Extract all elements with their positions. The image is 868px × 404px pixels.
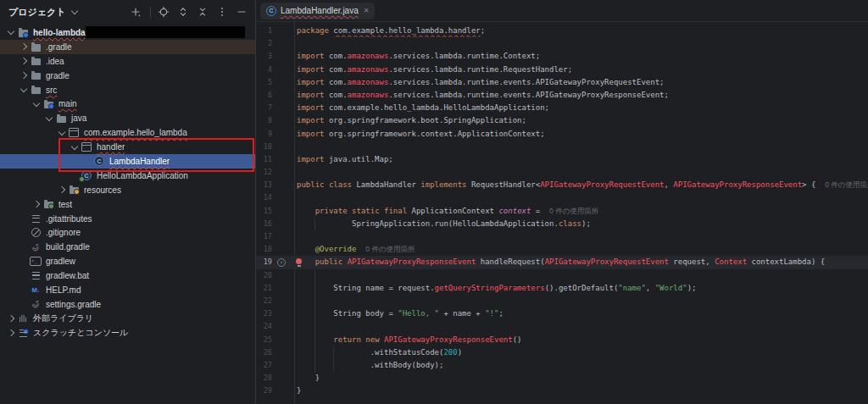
line-number[interactable]: 14 bbox=[256, 191, 272, 204]
gutter[interactable]: 3 bbox=[256, 50, 295, 63]
tree-item-main[interactable]: main bbox=[0, 97, 255, 111]
gutter[interactable]: 18 bbox=[256, 243, 295, 256]
tree-item-help-md[interactable]: M↓HELP.md bbox=[0, 283, 255, 297]
line-number[interactable]: 16 bbox=[256, 218, 272, 230]
code-line-6[interactable]: 6import com.amazonaws.services.lambda.ru… bbox=[256, 89, 868, 102]
line-number[interactable]: 10 bbox=[256, 141, 272, 153]
gutter[interactable]: 27 bbox=[256, 359, 295, 372]
gutter[interactable]: 6 bbox=[256, 89, 295, 102]
code-line-11[interactable]: 11import java.util.Map; bbox=[256, 153, 868, 166]
chevron-down-icon[interactable] bbox=[56, 131, 68, 135]
tree-item-src[interactable]: src bbox=[0, 83, 255, 97]
code-line-17[interactable]: 17 bbox=[256, 230, 868, 243]
code-line-10[interactable]: 10 bbox=[256, 141, 868, 153]
code-line-4[interactable]: 4import com.amazonaws.services.lambda.ru… bbox=[256, 64, 868, 76]
gutter[interactable]: 17 bbox=[256, 230, 295, 243]
chevron-right-icon[interactable] bbox=[18, 44, 30, 49]
tree-item-idea[interactable]: .idea bbox=[0, 54, 255, 69]
code-line-12[interactable]: 12 bbox=[256, 166, 868, 179]
code-text[interactable]: import com.amazonaws.services.lambda.run… bbox=[295, 89, 868, 102]
gutter[interactable]: 9 bbox=[256, 128, 295, 141]
locate-icon[interactable] bbox=[157, 5, 170, 19]
tree-item-settings-gradle[interactable]: settings.gradle bbox=[0, 297, 255, 312]
code-line-19[interactable]: 19↑ public APIGatewayProxyResponseEvent … bbox=[256, 256, 868, 268]
line-number[interactable]: 2 bbox=[256, 37, 272, 50]
code-text[interactable]: String name = request.getQueryStringPara… bbox=[295, 282, 868, 295]
code-line-2[interactable]: 2 bbox=[256, 37, 868, 50]
line-number[interactable]: 15 bbox=[256, 205, 272, 218]
code-text[interactable]: public class LambdaHandler implements Re… bbox=[295, 179, 868, 191]
code-text[interactable]: import com.amazonaws.services.lambda.run… bbox=[295, 50, 868, 63]
more-icon[interactable] bbox=[215, 5, 229, 19]
code-text[interactable]: String body = "Hello, " + name + "!"; bbox=[295, 307, 868, 320]
code-line-22[interactable]: 22 bbox=[256, 295, 868, 307]
gutter[interactable]: 21 bbox=[256, 282, 295, 295]
line-number[interactable]: 4 bbox=[256, 64, 272, 76]
gutter[interactable]: 26 bbox=[256, 346, 295, 359]
line-number[interactable]: 19 bbox=[256, 256, 272, 268]
code-line-25[interactable]: 25 return new APIGatewayProxyResponseEve… bbox=[256, 334, 868, 346]
gutter[interactable]: 24 bbox=[256, 320, 295, 333]
code-text[interactable] bbox=[295, 141, 868, 153]
gutter[interactable]: 8 bbox=[256, 114, 295, 127]
gutter[interactable]: 28 bbox=[256, 372, 295, 385]
code-text[interactable]: import org.springframework.context.Appli… bbox=[295, 128, 868, 141]
line-number[interactable]: 12 bbox=[256, 166, 272, 179]
line-number[interactable]: 18 bbox=[256, 243, 272, 256]
code-line-24[interactable]: 24 bbox=[256, 320, 868, 333]
tree-item-gradlew-bat[interactable]: gradlew.bat bbox=[0, 268, 255, 283]
line-number[interactable]: 13 bbox=[256, 179, 272, 191]
chevron-right-icon[interactable] bbox=[56, 187, 68, 192]
code-line-18[interactable]: 18 @Override 0 件の使用箇所 bbox=[256, 243, 868, 256]
chevron-down-icon[interactable] bbox=[5, 30, 17, 34]
tree-item-gitattributes[interactable]: .gitattributes bbox=[0, 212, 255, 226]
line-number[interactable]: 25 bbox=[256, 334, 272, 346]
gutter[interactable]: 15 bbox=[256, 205, 295, 218]
line-number[interactable]: 9 bbox=[256, 128, 272, 141]
code-text[interactable]: import org.springframework.boot.SpringAp… bbox=[295, 114, 868, 127]
overrides-method-icon[interactable]: ↑ bbox=[277, 258, 286, 267]
gutter[interactable]: 10 bbox=[256, 141, 295, 153]
code-text[interactable]: return new APIGatewayProxyResponseEvent(… bbox=[295, 334, 868, 346]
line-number[interactable]: 21 bbox=[256, 282, 272, 295]
code-text[interactable]: SpringApplication.run(HelloLambdaApplica… bbox=[295, 218, 868, 230]
code-line-1[interactable]: 1package com.example.hello_lambda.handle… bbox=[256, 25, 868, 37]
collapse-all-icon[interactable] bbox=[196, 5, 209, 19]
code-line-8[interactable]: 8import org.springframework.boot.SpringA… bbox=[256, 114, 868, 127]
code-text[interactable]: .withStatusCode(200) bbox=[295, 346, 868, 359]
code-line-7[interactable]: 7import com.example.hello_lambda.HelloLa… bbox=[256, 102, 868, 114]
gutter[interactable]: 7 bbox=[256, 102, 295, 114]
code-line-27[interactable]: 27 .withBody(body); bbox=[256, 359, 868, 372]
line-number[interactable]: 3 bbox=[256, 50, 272, 63]
line-number[interactable]: 11 bbox=[256, 153, 272, 166]
chevron-right-icon[interactable] bbox=[5, 316, 17, 321]
tree-item-item[interactable]: スクラッチとコンソール bbox=[0, 326, 255, 340]
line-number[interactable]: 6 bbox=[256, 89, 272, 102]
gutter[interactable]: 2 bbox=[256, 37, 295, 50]
code-text[interactable]: @Override 0 件の使用箇所 bbox=[295, 243, 868, 256]
code-text[interactable]: .withBody(body); bbox=[295, 359, 868, 372]
code-text[interactable]: } bbox=[295, 385, 868, 397]
code-text[interactable]: import com.amazonaws.services.lambda.run… bbox=[295, 64, 868, 76]
chevron-right-icon[interactable] bbox=[5, 330, 17, 335]
line-number[interactable]: 1 bbox=[256, 25, 272, 37]
chevron-right-icon[interactable] bbox=[31, 202, 42, 207]
chevron-down-icon[interactable] bbox=[31, 102, 42, 106]
intention-bulb-icon[interactable] bbox=[296, 258, 302, 264]
gutter[interactable]: 16 bbox=[256, 218, 295, 230]
chevron-down-icon[interactable] bbox=[43, 117, 55, 120]
code-line-28[interactable]: 28 } bbox=[256, 372, 868, 385]
chevron-right-icon[interactable] bbox=[18, 58, 30, 64]
close-icon[interactable]: ✕ bbox=[364, 7, 370, 14]
tree-item-gradle[interactable]: .gradle bbox=[0, 40, 255, 54]
code-text[interactable] bbox=[295, 166, 868, 179]
code-line-23[interactable]: 23 String body = "Hello, " + name + "!"; bbox=[256, 307, 868, 320]
code-text[interactable]: import com.example.hello_lambda.HelloLam… bbox=[295, 102, 868, 114]
line-number[interactable]: 8 bbox=[256, 114, 272, 127]
line-number[interactable]: 17 bbox=[256, 230, 272, 243]
code-line-14[interactable]: 14 bbox=[256, 191, 868, 204]
code-text[interactable] bbox=[295, 269, 868, 282]
code-text[interactable]: package com.example.hello_lambda.handler… bbox=[295, 25, 868, 37]
code-text[interactable]: private static final ApplicationContext … bbox=[295, 205, 868, 218]
editor-pane[interactable]: C LambdaHandler.java ✕ 1package com.exam… bbox=[255, 0, 868, 404]
